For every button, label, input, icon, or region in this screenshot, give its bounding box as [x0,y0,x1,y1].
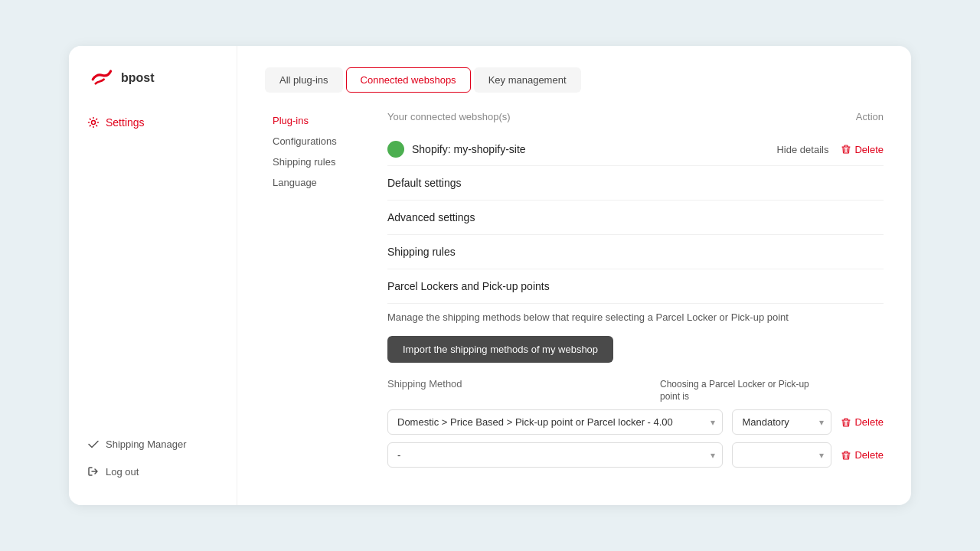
webshop-actions: Hide details Delete [776,144,884,155]
gear-icon [87,116,100,129]
accordion-label-parcel-lockers: Parcel Lockers and Pick-up points [387,280,550,292]
logout-icon [87,465,100,478]
sidebar-bottom: Shipping Manager Log out [69,432,237,487]
bpost-logo-icon [87,64,115,92]
shipping-method-select-wrapper-1: Domestic > Price Based > Pick-up point o… [387,409,723,435]
svg-point-0 [92,121,96,125]
accordion-advanced-settings[interactable]: Advanced settings [387,201,884,235]
tab-connected-webshops[interactable]: Connected webshops [346,67,471,93]
webshop-delete-label: Delete [854,144,884,155]
sidebar: bpost Settings Shipping Manager [69,46,237,505]
delete-row-label-1: Delete [854,416,884,428]
section-title: Your connected webshop(s) [387,111,511,122]
webshop-delete-button[interactable]: Delete [841,144,884,155]
left-menu: Plug-ins Configurations Shipping rules L… [265,111,387,475]
parcel-description: Manage the shipping methods below that r… [387,310,884,325]
delete-row-label-2: Delete [854,449,884,461]
webshop-name: Shopify: my-shopify-site [412,143,526,155]
accordion-label-shipping-rules: Shipping rules [387,246,456,258]
shipping-table-header: Shipping Method Choosing a Parcel Locker… [387,378,884,404]
sidebar-item-logout[interactable]: Log out [81,459,224,484]
logo-area: bpost [69,64,237,110]
accordion-shipping-rules[interactable]: Shipping rules [387,235,884,269]
col-header-action [822,378,884,404]
logout-label: Log out [106,466,139,478]
sub-nav: Plug-ins Configurations Shipping rules L… [265,111,375,192]
settings-label: Settings [106,116,145,129]
action-label: Action [856,111,884,122]
import-shipping-methods-button[interactable]: Import the shipping methods of my websho… [387,336,613,363]
hide-details-button[interactable]: Hide details [776,144,828,155]
parcel-section: Manage the shipping methods below that r… [387,310,884,468]
main-card: bpost Settings Shipping Manager [69,46,911,505]
accordion-default-settings[interactable]: Default settings [387,166,884,201]
shipping-method-select-1[interactable]: Domestic > Price Based > Pick-up point o… [387,409,723,435]
shipping-table: Shipping Method Choosing a Parcel Locker… [387,378,884,468]
shipping-method-select-2[interactable]: - Domestic > Price Based > Pick-up point… [387,442,723,468]
sidebar-settings-item[interactable]: Settings [81,110,224,135]
sidebar-item-shipping-manager[interactable]: Shipping Manager [81,432,224,456]
trash-icon [841,417,851,428]
subnav-shipping-rules[interactable]: Shipping rules [265,152,375,171]
delete-row-button-1[interactable]: Delete [841,416,884,428]
content-inner: Plug-ins Configurations Shipping rules L… [265,111,884,475]
section-header: Your connected webshop(s) Action [387,111,884,122]
subnav-plugins[interactable]: Plug-ins [265,111,375,130]
tabs-bar: All plug-ins Connected webshops Key mana… [265,67,884,93]
trash-icon [841,450,851,461]
table-row: - Domestic > Price Based > Pick-up point… [387,442,884,468]
checkmark-icon [87,438,100,450]
shipping-method-select-wrapper-2: - Domestic > Price Based > Pick-up point… [387,442,723,468]
accordion-label-advanced-settings: Advanced settings [387,211,475,223]
logo-text: bpost [121,71,155,85]
webshop-status-dot [387,141,404,158]
accordion-label-default-settings: Default settings [387,177,462,189]
subnav-configurations[interactable]: Configurations [265,132,375,151]
table-row: Domestic > Price Based > Pick-up point o… [387,409,884,435]
accordion-parcel-lockers[interactable]: Parcel Lockers and Pick-up points [387,269,884,304]
tab-all-plugins[interactable]: All plug-ins [265,67,343,93]
shipping-manager-label: Shipping Manager [106,439,187,450]
webshop-info: Shopify: my-shopify-site [387,141,526,158]
col-header-method: Shipping Method [387,378,651,404]
mandatory-select-1[interactable]: Mandatory Optional [732,409,831,435]
content-area: All plug-ins Connected webshops Key mana… [237,46,911,505]
trash-icon [841,144,851,155]
webshop-row: Shopify: my-shopify-site Hide details De… [387,132,884,166]
delete-row-button-2[interactable]: Delete [841,449,884,461]
tab-key-management[interactable]: Key management [474,67,581,93]
mandatory-select-wrapper-2: Mandatory Optional ▾ [732,442,831,468]
col-header-chooser: Choosing a Parcel Locker or Pick-up poin… [660,378,813,404]
mandatory-select-2[interactable]: Mandatory Optional [732,442,831,468]
subnav-language[interactable]: Language [265,173,375,192]
sidebar-nav: Settings [69,110,237,432]
main-panel: Your connected webshop(s) Action Shopify… [387,111,884,475]
mandatory-select-wrapper-1: Mandatory Optional ▾ [732,409,831,435]
